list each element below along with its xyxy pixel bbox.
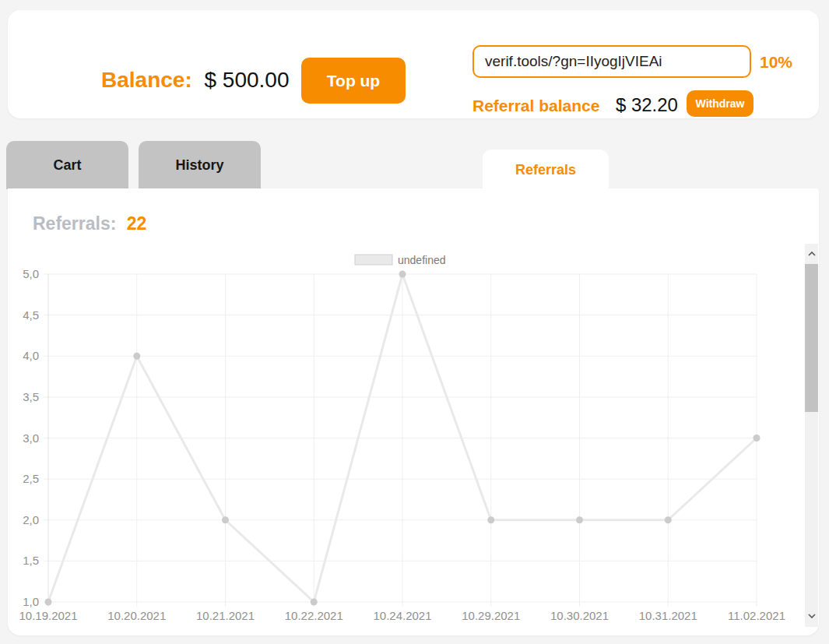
scroll-up-button[interactable] xyxy=(805,247,818,260)
x-axis-tick-label: 10.21.2021 xyxy=(196,609,255,622)
referrals-heading: Referrals: 22 xyxy=(33,213,146,234)
referrals-heading-label: Referrals: xyxy=(33,213,116,234)
referral-balance-row: Referral balance $ 32.20 xyxy=(472,94,678,116)
chart-point xyxy=(399,271,406,278)
referral-balance-value: $ 32.20 xyxy=(616,94,678,115)
chevron-up-icon xyxy=(808,252,816,256)
chevron-down-icon xyxy=(808,614,816,618)
chart-point xyxy=(222,516,229,523)
legend-label: undefined xyxy=(398,254,446,266)
scrollbar-thumb[interactable] xyxy=(805,264,818,412)
referral-percent-badge: 10% xyxy=(760,53,792,72)
y-axis-tick-label: 3,5 xyxy=(23,390,39,403)
y-axis-tick-label: 2,0 xyxy=(23,513,39,526)
referrals-count: 22 xyxy=(127,213,147,234)
referrals-line-chart: 1,01,52,02,53,03,54,04,55,010.19.202110.… xyxy=(8,244,805,631)
referrals-panel: Referrals: 22 1,01,52,02,53,03,54,04,55,… xyxy=(8,188,819,635)
y-axis-tick-label: 2,5 xyxy=(23,472,39,485)
x-axis-tick-label: 10.22.2021 xyxy=(285,609,343,622)
y-axis-tick-label: 1,5 xyxy=(23,554,39,567)
withdraw-button[interactable]: Withdraw xyxy=(687,90,753,117)
x-axis-tick-label: 10.29.2021 xyxy=(462,609,520,622)
chart-point xyxy=(753,435,761,442)
y-axis-tick-label: 3,0 xyxy=(23,431,39,445)
balance-card: Balance: $ 500.00 Top up 10% Referral ba… xyxy=(8,10,819,118)
scroll-down-button[interactable] xyxy=(805,609,818,622)
y-axis-tick-label: 1,0 xyxy=(23,595,39,608)
tab-history[interactable]: History xyxy=(139,141,261,189)
chart-point xyxy=(665,516,672,523)
y-axis-tick-label: 4,0 xyxy=(23,349,39,362)
chart-point xyxy=(45,599,52,606)
x-axis-tick-label: 10.30.2021 xyxy=(550,609,609,622)
balance-value: $ 500.00 xyxy=(205,68,290,92)
x-axis-tick-label: 10.19.2021 xyxy=(19,609,77,622)
balance-label: Balance: xyxy=(101,68,192,92)
y-axis-tick-label: 5,0 xyxy=(23,267,39,280)
x-axis-tick-label: 10.20.2021 xyxy=(107,609,166,622)
y-axis-tick-label: 4,5 xyxy=(23,308,39,322)
referral-balance-label: Referral balance xyxy=(472,97,599,114)
chart-point xyxy=(487,516,494,523)
x-axis-tick-label: 10.24.2021 xyxy=(373,609,431,622)
x-axis-tick-label: 10.31.2021 xyxy=(639,609,697,622)
top-up-button[interactable]: Top up xyxy=(301,58,406,104)
x-axis-tick-label: 11.02.2021 xyxy=(728,609,785,622)
tab-referrals[interactable]: Referrals xyxy=(483,150,609,190)
chart-scrollbar[interactable] xyxy=(805,244,818,627)
referrals-chart-area: 1,01,52,02,53,03,54,04,55,010.19.202110.… xyxy=(8,244,805,631)
chart-point xyxy=(133,353,140,360)
balance-row: Balance: $ 500.00 xyxy=(101,68,290,93)
chart-point xyxy=(576,516,583,523)
legend-swatch xyxy=(355,255,392,265)
referral-link-input[interactable] xyxy=(472,45,751,78)
tab-cart[interactable]: Cart xyxy=(6,141,128,189)
chart-point xyxy=(311,599,318,606)
